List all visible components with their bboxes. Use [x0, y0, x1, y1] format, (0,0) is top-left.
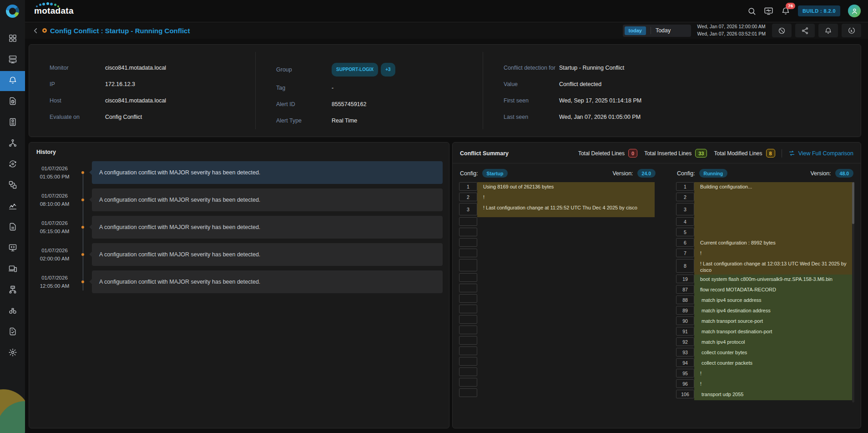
sidebar-item-topology[interactable] [0, 139, 25, 148]
line-text: ! [694, 249, 854, 259]
history-message[interactable]: A configuration conflict with MAJOR seve… [92, 270, 443, 293]
sidebar-item-settings[interactable] [0, 349, 25, 358]
sidebar-item-infrastructure[interactable] [0, 56, 25, 65]
screen-activity-icon[interactable] [764, 6, 773, 16]
sidebar-item-automation[interactable] [0, 160, 25, 169]
info-value: 85557459162 [332, 99, 366, 109]
history-panel: History 01/07/202601:05:00 PMA configura… [29, 142, 449, 428]
sidebar-item-discovery[interactable] [0, 307, 25, 316]
group-badge[interactable]: +3 [381, 63, 395, 76]
line-number [459, 367, 477, 376]
info-value: Startup - Running Conflict [559, 63, 624, 73]
line-text [477, 378, 655, 388]
content: Monitorcisco841.motadata.localIP172.16.1… [25, 39, 868, 433]
search-icon[interactable] [747, 7, 756, 15]
sidebar-item-config-backup[interactable] [0, 97, 25, 107]
history-message[interactable]: A configuration conflict with MAJOR seve… [92, 161, 443, 184]
time-range-from: Wed, Jan 07, 2026 12:00:00 AM [697, 23, 766, 31]
diff-row-running-2: 2 [676, 193, 854, 203]
live-action-button[interactable] [842, 24, 861, 37]
sidebar [0, 0, 25, 433]
line-text: ! Last configuration change at 11:25:52 … [477, 203, 655, 217]
diff-row-running-95: 95! [676, 369, 854, 379]
line-text [477, 249, 655, 259]
sidebar-item-alerts[interactable] [0, 71, 25, 91]
back-button[interactable] [30, 25, 40, 36]
line-text [477, 357, 655, 367]
info-label: Value [504, 79, 559, 89]
diff-table-running: 1Building configuration...23456Current c… [676, 182, 854, 423]
line-text [477, 273, 655, 284]
history-entry: 01/07/202601:05:00 PMA configuration con… [35, 161, 443, 184]
user-avatar[interactable] [848, 5, 861, 17]
config-running-pill: Running [699, 169, 728, 178]
time-box-divider [651, 27, 651, 34]
sidebar-item-reports[interactable] [0, 118, 25, 127]
info-row: First seenWed, Sep 17, 2025 01:14:18 PM [504, 96, 861, 106]
info-column-3: Conflict detection forStartup - Running … [483, 45, 861, 137]
diff-row-startup-empty [459, 315, 655, 326]
diff-row-startup-empty [459, 273, 655, 284]
diff-row-running-1: 1Building configuration... [676, 182, 854, 193]
history-message[interactable]: A configuration conflict with MAJOR seve… [92, 216, 443, 239]
line-text: ! Last configuration change at 12:03:13 … [694, 259, 854, 275]
history-timestamp: 01/07/202608:10:00 AM [35, 192, 74, 209]
line-text: match transport destination-port [694, 327, 854, 337]
diff-row-startup-empty [459, 326, 655, 336]
conflict-summary-title: Conflict Summary [460, 150, 509, 157]
share-button[interactable] [795, 24, 815, 37]
time-preset-pill[interactable]: today [625, 26, 646, 35]
diff-row-running-90: 90 match transport source-port [676, 316, 854, 327]
info-value: 172.16.12.3 [105, 79, 135, 89]
diff-row-running-91: 91 match transport destination-port [676, 327, 854, 337]
timeline-dot-column [74, 226, 92, 229]
line-text: boot system flash c800m-universalk9-mz.S… [694, 275, 854, 285]
config-version-row: Config: Startup Version: 24.0 Config: Ru… [459, 163, 854, 182]
diff-row-startup-empty [459, 336, 655, 346]
view-full-comparison-link[interactable]: View Full Comparison [788, 150, 853, 157]
info-label: Host [50, 96, 105, 106]
info-label: Tag [276, 83, 332, 93]
alert-notify-button[interactable] [818, 24, 838, 37]
sidebar-item-integrations[interactable] [0, 181, 25, 190]
document-check-icon [8, 327, 17, 338]
infrastructure-icon [8, 55, 17, 66]
app-window: motadata 76 BUILD : 8.2.0 [0, 0, 868, 433]
sidebar-item-audit[interactable] [0, 328, 25, 337]
line-text [694, 203, 854, 217]
suppress-alert-button[interactable] [772, 24, 792, 37]
sidebar-item-agents[interactable] [0, 244, 25, 253]
swap-arrows-icon [788, 150, 795, 157]
line-text [477, 346, 655, 357]
diff-row-startup-empty [459, 238, 655, 249]
notification-bell-icon[interactable]: 76 [781, 6, 790, 15]
sync-gear-icon [8, 159, 17, 170]
main-area: motadata 76 BUILD : 8.2.0 [25, 0, 868, 433]
timeline-dot-icon [81, 199, 84, 201]
sidebar-item-devices[interactable] [0, 265, 25, 274]
sidebar-item-dashboard[interactable] [0, 35, 25, 44]
sidebar-item-logs[interactable] [0, 223, 25, 232]
document-icon [8, 222, 17, 233]
page-actions [772, 24, 861, 37]
info-value: Conflict detected [559, 79, 601, 89]
history-message[interactable]: A configuration conflict with MAJOR seve… [92, 188, 443, 211]
sidebar-item-network[interactable] [0, 286, 25, 295]
line-text [477, 326, 655, 336]
metric-chart-icon [8, 201, 17, 212]
line-number: 90 [676, 316, 694, 325]
line-text [477, 284, 655, 294]
history-title: History [36, 149, 443, 155]
group-badge[interactable]: SUPPORT-LOGIX [332, 63, 378, 76]
page-header: Config Conflict : Startup - Running Conf… [25, 22, 868, 39]
sidebar-item-metrics[interactable] [0, 202, 25, 211]
history-message[interactable]: A configuration conflict with MAJOR seve… [92, 243, 443, 266]
line-number: 7 [676, 249, 694, 257]
line-number [459, 284, 477, 292]
line-number [459, 217, 477, 226]
time-range-selector[interactable]: today Today [623, 25, 691, 37]
line-text: Current configuration : 8992 bytes [694, 238, 854, 249]
diff-scrollbar-thumb[interactable] [852, 182, 854, 224]
line-number [459, 249, 477, 257]
history-entry: 01/07/202602:00:00 AMA configuration con… [35, 243, 443, 266]
